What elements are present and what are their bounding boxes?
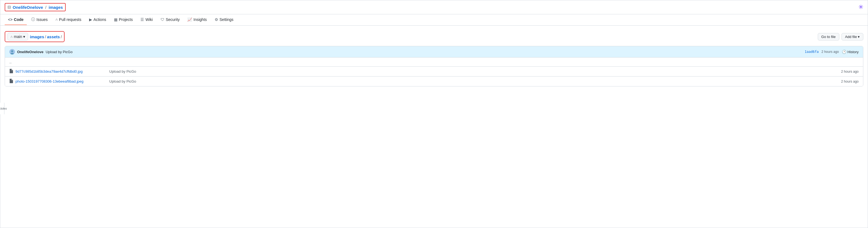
breadcrumb-path: images / assets /: [30, 34, 62, 39]
repo-title[interactable]: ⊟ OnelifeOnelove / images: [5, 3, 66, 11]
main-content: ⑃ main ▾ images / assets / Go to file Ad…: [0, 26, 868, 92]
tab-insights[interactable]: 📈 Insights: [184, 14, 210, 25]
go-to-file-button[interactable]: Go to file: [818, 33, 839, 40]
branch-icon: ⑃: [10, 35, 13, 39]
code-icon: <>: [8, 17, 12, 22]
header-actions: ✳: [858, 4, 863, 11]
repo-name-link[interactable]: images: [49, 5, 63, 10]
path-left: ⑃ main ▾ images / assets /: [5, 31, 65, 42]
file-icon-1: [9, 69, 13, 74]
issues-icon: ⓘ: [31, 17, 35, 22]
file-name-1[interactable]: 9d77c985d1b85b3dea79ae4d7cffdbd0.jpg: [16, 69, 109, 74]
parent-dir-text: ..: [9, 60, 11, 64]
file-icon-2: [9, 79, 13, 84]
history-clock-icon: 🕐: [842, 49, 846, 54]
file-commit-msg-2: Upload by PicGo: [109, 79, 826, 83]
tab-actions[interactable]: ▶ Actions: [86, 14, 110, 25]
commit-author[interactable]: OnelifeOnelove: [17, 50, 43, 54]
pull-requests-icon: ⑃: [56, 17, 58, 22]
commit-left: OnelifeOnelove Upload by PicGo: [9, 49, 72, 54]
add-file-label: Add file: [845, 35, 857, 39]
breadcrumb-sep-1: /: [45, 34, 46, 39]
history-button[interactable]: 🕐 History: [842, 49, 859, 54]
repo-owner-link[interactable]: OnelifeOnelove: [13, 5, 43, 10]
nav-tabs: <> Code ⓘ Issues ⑃ Pull requests ▶ Actio…: [0, 14, 868, 26]
avatar: [9, 49, 15, 54]
path-right: Go to file Add file ▾: [818, 33, 863, 40]
insights-icon: 📈: [187, 17, 192, 22]
commit-row: OnelifeOnelove Upload by PicGo 1aad6fa 2…: [5, 46, 863, 58]
commit-sha[interactable]: 1aad6fa: [805, 50, 819, 54]
side-label: Octoleo: [0, 107, 7, 110]
file-table: OnelifeOnelove Upload by PicGo 1aad6fa 2…: [5, 46, 863, 86]
tab-settings[interactable]: ⚙ Settings: [211, 14, 237, 25]
wiki-icon: ☰: [141, 17, 144, 22]
settings-icon: ⚙: [215, 17, 218, 22]
parent-dir-row[interactable]: ..: [5, 58, 863, 67]
file-row: photo-1503197708306-13ebeeaf8bad.jpeg Up…: [5, 77, 863, 86]
octocat-icon: ✳: [858, 4, 863, 11]
add-file-button[interactable]: Add file ▾: [841, 33, 863, 40]
actions-icon: ▶: [89, 17, 92, 22]
breadcrumb-assets[interactable]: assets: [47, 34, 60, 39]
file-time-1: 2 hours ago: [826, 70, 859, 74]
breadcrumb-sep-2: /: [61, 34, 62, 39]
tab-wiki[interactable]: ☰ Wiki: [137, 14, 156, 25]
security-icon: 🛡: [161, 17, 164, 22]
commit-message: Upload by PicGo: [45, 50, 72, 54]
tab-pull-requests[interactable]: ⑃ Pull requests: [52, 14, 85, 25]
commit-right: 1aad6fa 2 hours ago 🕐 History: [805, 49, 859, 54]
add-file-arrow: ▾: [858, 35, 860, 39]
file-name-2[interactable]: photo-1503197708306-13ebeeaf8bad.jpeg: [16, 79, 109, 83]
branch-dropdown-arrow: ▾: [23, 34, 25, 39]
file-time-2: 2 hours ago: [826, 80, 859, 83]
branch-selector[interactable]: ⑃ main ▾: [7, 33, 28, 40]
breadcrumb-repo[interactable]: images: [30, 34, 44, 39]
repo-sep: /: [45, 5, 46, 10]
top-bar: ⊟ OnelifeOnelove / images ✳: [0, 0, 868, 14]
svg-point-1: [11, 50, 13, 52]
file-commit-msg-1: Upload by PicGo: [109, 69, 826, 74]
commit-time: 2 hours ago: [822, 50, 839, 54]
repo-icon: ⊟: [7, 5, 11, 10]
projects-icon: ▦: [114, 17, 118, 22]
branch-name: main: [14, 34, 22, 39]
tab-code[interactable]: <> Code: [5, 14, 27, 25]
tab-issues[interactable]: ⓘ Issues: [28, 14, 51, 25]
tab-security[interactable]: 🛡 Security: [157, 14, 183, 25]
tab-projects[interactable]: ▦ Projects: [111, 14, 136, 25]
path-bar: ⑃ main ▾ images / assets / Go to file Ad…: [5, 31, 863, 42]
file-row: 9d77c985d1b85b3dea79ae4d7cffdbd0.jpg Upl…: [5, 67, 863, 77]
scroll-indicator[interactable]: Octoleo: [0, 103, 4, 114]
history-label: History: [847, 50, 859, 54]
